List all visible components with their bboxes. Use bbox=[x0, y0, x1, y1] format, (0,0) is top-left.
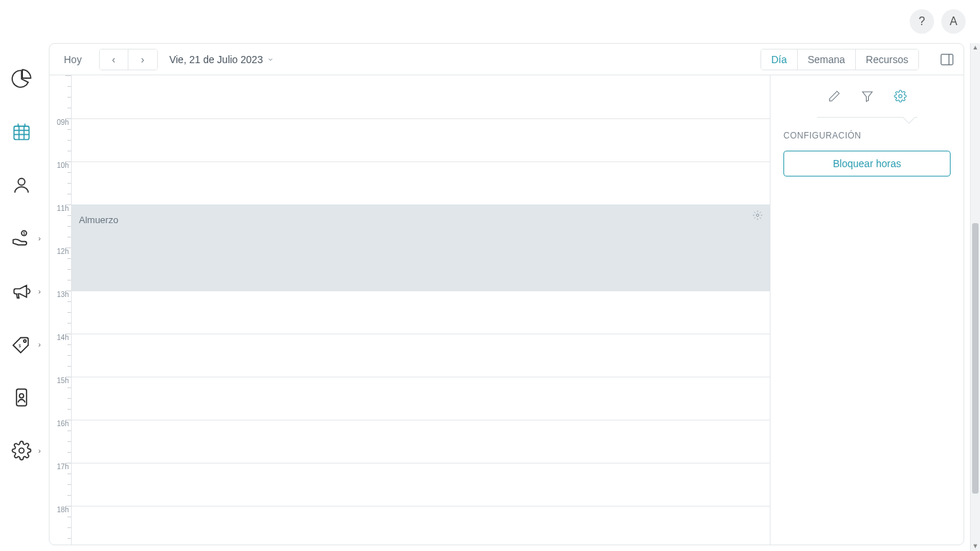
time-label: 14h bbox=[50, 334, 71, 377]
events-column[interactable]: Almuerzo bbox=[71, 75, 770, 545]
gear-icon bbox=[11, 441, 32, 461]
time-label: 12h bbox=[50, 248, 71, 291]
help-button[interactable]: ? bbox=[910, 9, 934, 34]
filter-tab[interactable] bbox=[861, 90, 874, 105]
svg-point-10 bbox=[24, 340, 27, 343]
calendar-event[interactable]: Almuerzo bbox=[72, 204, 770, 291]
badge-icon bbox=[11, 387, 32, 408]
hour-slot[interactable] bbox=[72, 334, 770, 377]
chevron-right-icon: › bbox=[38, 234, 41, 242]
sidebar-item-dashboard[interactable] bbox=[4, 61, 39, 97]
sidebar-item-payments[interactable]: $› bbox=[4, 220, 39, 256]
svg-point-14 bbox=[19, 448, 24, 453]
view-week-button[interactable]: Semana bbox=[798, 50, 856, 70]
megaphone-icon bbox=[11, 281, 32, 301]
next-day-button[interactable]: › bbox=[128, 50, 157, 70]
sidebar-item-staff[interactable] bbox=[4, 380, 39, 415]
time-label: 16h bbox=[50, 420, 71, 463]
time-label bbox=[50, 75, 71, 118]
view-resources-button[interactable]: Recursos bbox=[856, 50, 918, 70]
time-label: 11h bbox=[50, 204, 71, 248]
page-scrollbar[interactable]: ▲ ▼ bbox=[970, 43, 980, 551]
tag-icon: $ bbox=[11, 334, 32, 354]
calendar-icon bbox=[11, 122, 32, 142]
chevron-right-icon: › bbox=[38, 287, 41, 296]
scroll-track[interactable] bbox=[971, 51, 980, 543]
hour-slot[interactable] bbox=[72, 420, 770, 463]
sidebar: $››$›› bbox=[0, 43, 43, 551]
hour-slot[interactable] bbox=[72, 506, 770, 545]
chevron-down-icon bbox=[267, 56, 274, 63]
hour-slot[interactable] bbox=[72, 161, 770, 204]
svg-marker-18 bbox=[862, 92, 872, 102]
sidebar-item-settings[interactable]: › bbox=[4, 433, 39, 468]
settings-tab[interactable] bbox=[894, 90, 907, 105]
prev-day-button[interactable]: ‹ bbox=[100, 50, 128, 70]
svg-rect-0 bbox=[14, 126, 29, 140]
time-label: 18h bbox=[50, 506, 71, 545]
time-column: 09h10h11h12h13h14h15h16h17h18h bbox=[50, 75, 71, 545]
hour-slot[interactable] bbox=[72, 118, 770, 161]
today-button[interactable]: Hoy bbox=[58, 51, 88, 68]
panel-tabs bbox=[817, 90, 918, 118]
gear-icon bbox=[753, 210, 763, 220]
time-label: 17h bbox=[50, 463, 71, 506]
block-hours-button[interactable]: Bloquear horas bbox=[783, 151, 951, 176]
date-label-text: Vie, 21 de Julio 2023 bbox=[169, 54, 263, 65]
scroll-up-icon[interactable]: ▲ bbox=[972, 44, 979, 51]
content-area: Hoy ‹ › Vie, 21 de Julio 2023 Día Semana… bbox=[49, 43, 964, 545]
toggle-right-panel-button[interactable] bbox=[939, 52, 955, 67]
edit-tab[interactable] bbox=[828, 90, 841, 105]
filter-icon bbox=[861, 90, 874, 103]
date-picker[interactable]: Vie, 21 de Julio 2023 bbox=[169, 54, 275, 65]
time-label: 10h bbox=[50, 161, 71, 204]
panel-section-title: CONFIGURACIÓN bbox=[783, 131, 951, 141]
sidebar-item-calendar[interactable] bbox=[4, 114, 39, 150]
svg-point-19 bbox=[898, 95, 902, 98]
svg-point-13 bbox=[19, 394, 24, 398]
pie-icon bbox=[11, 69, 32, 89]
view-day-button[interactable]: Día bbox=[761, 50, 798, 70]
sidebar-item-marketing[interactable]: › bbox=[4, 273, 39, 309]
chevron-right-icon: › bbox=[38, 340, 41, 349]
hand-coin-icon: $ bbox=[11, 228, 32, 248]
hour-slot[interactable] bbox=[72, 463, 770, 506]
panel-icon bbox=[939, 52, 955, 67]
view-switch: Día Semana Recursos bbox=[760, 49, 919, 70]
gear-icon bbox=[894, 90, 907, 103]
event-settings-button[interactable] bbox=[753, 210, 763, 222]
hour-slot[interactable] bbox=[72, 377, 770, 420]
person-icon bbox=[11, 175, 32, 195]
svg-text:$: $ bbox=[19, 344, 22, 348]
calendar-grid[interactable]: 09h10h11h12h13h14h15h16h17h18h Almuerzo bbox=[50, 75, 770, 545]
event-title: Almuerzo bbox=[79, 215, 118, 225]
chevron-right-icon: › bbox=[38, 446, 41, 455]
date-nav: ‹ › bbox=[99, 49, 158, 70]
time-label: 09h bbox=[50, 118, 71, 161]
time-label: 15h bbox=[50, 377, 71, 420]
scroll-down-icon[interactable]: ▼ bbox=[972, 543, 979, 550]
scroll-thumb[interactable] bbox=[972, 223, 979, 494]
svg-rect-15 bbox=[941, 54, 953, 65]
active-tab-indicator bbox=[903, 112, 915, 124]
svg-point-7 bbox=[18, 179, 24, 185]
hour-slot[interactable] bbox=[72, 291, 770, 334]
topbar: ? A bbox=[0, 0, 980, 43]
calendar-toolbar: Hoy ‹ › Vie, 21 de Julio 2023 Día Semana… bbox=[50, 44, 963, 75]
right-panel: CONFIGURACIÓN Bloquear horas bbox=[770, 75, 963, 545]
svg-point-17 bbox=[756, 214, 759, 217]
sidebar-item-clients[interactable] bbox=[4, 167, 39, 203]
pencil-icon bbox=[828, 90, 841, 103]
hour-slot[interactable] bbox=[72, 75, 770, 118]
time-label: 13h bbox=[50, 291, 71, 334]
avatar[interactable]: A bbox=[941, 9, 966, 34]
sidebar-item-pricing[interactable]: $› bbox=[4, 326, 39, 362]
